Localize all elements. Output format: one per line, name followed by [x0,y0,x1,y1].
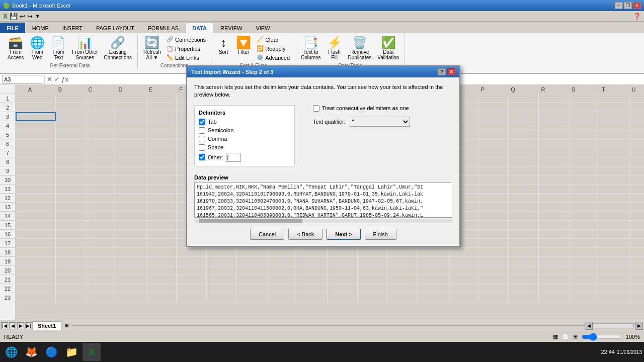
cell[interactable] [509,239,539,248]
cell[interactable] [599,175,629,185]
semicolon-checkbox[interactable] [199,127,205,134]
cell[interactable] [56,248,86,257]
cell[interactable] [509,266,539,275]
sheet-nav-first[interactable]: |◀ [1,322,8,329]
cell[interactable] [116,239,146,248]
cell[interactable] [539,239,569,248]
cell[interactable] [478,185,509,194]
row-header-1[interactable]: 1 [0,94,15,103]
row-header-22[interactable]: 22 [0,284,15,293]
cell[interactable] [509,185,539,194]
cell[interactable] [146,266,177,275]
cell[interactable] [207,248,237,257]
refresh-all-button[interactable]: 🔄 RefreshAll ▼ [141,35,164,62]
cell[interactable] [448,293,478,302]
cell[interactable] [56,130,86,139]
cell[interactable] [116,284,146,293]
cell[interactable] [358,293,388,302]
cell[interactable] [509,175,539,185]
cell[interactable] [116,94,146,103]
remove-duplicates-button[interactable]: 🗑️ RemoveDuplicates [346,35,374,62]
cell[interactable] [116,212,146,221]
cell[interactable] [478,212,509,221]
cell[interactable] [16,257,56,266]
cell[interactable] [418,275,448,284]
cell[interactable] [478,94,509,103]
cell[interactable] [539,130,569,139]
cell[interactable] [629,284,644,293]
clear-button[interactable]: 🧹 Clear [255,35,292,44]
from-access-button[interactable]: 🗃️ FromAccess [5,35,26,62]
cell[interactable] [539,266,569,275]
cell[interactable] [56,121,86,130]
cell[interactable] [509,121,539,130]
cell[interactable] [237,293,267,302]
cell[interactable] [146,194,177,203]
cell[interactable] [86,157,116,166]
cell[interactable] [629,194,644,203]
cell[interactable] [539,230,569,239]
filter-button[interactable]: 🔽 Filter [233,35,254,56]
cell[interactable] [629,166,644,175]
cell[interactable] [86,212,116,221]
cell[interactable] [539,94,569,103]
cell[interactable] [177,266,207,275]
col-header-R[interactable]: R [528,85,558,94]
cell[interactable] [569,103,599,112]
cell[interactable] [328,284,358,293]
cell[interactable] [539,203,569,212]
row-header-18[interactable]: 18 [0,248,15,257]
cell[interactable] [599,221,629,230]
cell[interactable] [629,94,644,103]
cell[interactable] [599,194,629,203]
row-header-4[interactable]: 4 [0,121,15,130]
cell[interactable] [146,257,177,266]
cell[interactable] [478,194,509,203]
cell[interactable] [86,121,116,130]
cell[interactable] [267,266,297,275]
cell[interactable] [569,121,599,130]
cell[interactable] [86,130,116,139]
cell[interactable] [56,221,86,230]
cell[interactable] [56,293,86,302]
cell[interactable] [509,275,539,284]
from-web-button[interactable]: 🌐 FromWeb [27,35,47,62]
cell[interactable] [509,221,539,230]
cell[interactable] [146,203,177,212]
edit-links-button[interactable]: ✏️ Edit Links [165,53,208,62]
cell[interactable] [539,112,569,121]
cell[interactable] [328,266,358,275]
connections-button[interactable]: 🔗 Connections [165,35,208,44]
cell[interactable] [599,293,629,302]
quick-redo-btn[interactable]: ↪ [27,13,33,20]
cell[interactable] [629,230,644,239]
cell[interactable] [116,221,146,230]
cell[interactable] [16,157,56,166]
cell[interactable] [629,248,644,257]
sheet-tab-sheet1[interactable]: Sheet1 [32,321,61,330]
cell[interactable] [629,185,644,194]
cell[interactable] [569,130,599,139]
cell[interactable] [56,194,86,203]
cell[interactable] [297,248,328,257]
cell[interactable] [116,121,146,130]
cell[interactable] [16,230,56,239]
cell[interactable] [599,203,629,212]
cell[interactable] [16,293,56,302]
properties-button[interactable]: 📋 Properties [165,44,208,53]
cell[interactable] [599,248,629,257]
cell[interactable] [539,148,569,157]
cell[interactable] [418,266,448,275]
cell[interactable] [116,293,146,302]
cell[interactable] [267,284,297,293]
cell[interactable] [86,194,116,203]
cell[interactable] [86,175,116,185]
dialog-help-button[interactable]: ? [438,68,446,75]
cell[interactable] [116,230,146,239]
cell[interactable] [599,212,629,221]
cell[interactable] [629,266,644,275]
reapply-button[interactable]: 🔁 Reapply [255,44,292,53]
cell[interactable] [629,103,644,112]
cell[interactable] [569,175,599,185]
cancel-button[interactable]: Cancel [250,229,284,240]
